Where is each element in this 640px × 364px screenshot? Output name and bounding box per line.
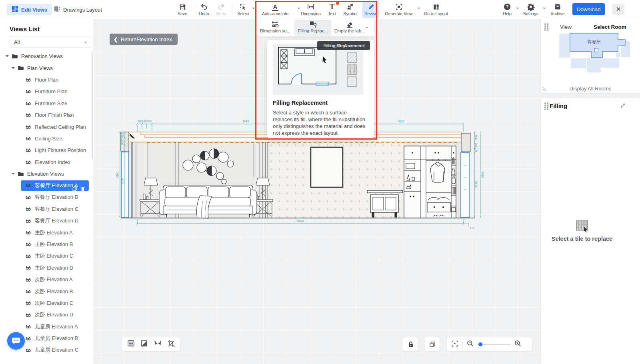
tree-expand-caret[interactable]: [12, 173, 15, 175]
help-label: Help: [503, 11, 512, 16]
tree-view-item[interactable]: 主卧 Elevation D: [0, 262, 91, 274]
tree-view-item[interactable]: 儿童房 Elevation A: [0, 321, 91, 332]
tree-view-item[interactable]: 客餐厅 Elevation D: [0, 215, 91, 226]
symbol-button[interactable]: Symbol: [339, 2, 362, 16]
drag-handle-icon[interactable]: ●●●●●●●●: [544, 23, 548, 31]
tree-view-item[interactable]: 客餐厅 Elevation C: [0, 203, 91, 215]
svg-text:225: 225: [121, 133, 124, 138]
tree-view-item[interactable]: Ceiling Size: [0, 133, 91, 144]
room-map[interactable]: 客餐厅: [541, 33, 640, 85]
room-shape[interactable]: [587, 58, 601, 72]
drag-handle-icon[interactable]: ●●●●●●●●: [544, 102, 548, 110]
dimension-sum-label: Dimension su...: [260, 28, 290, 33]
filling-replacement-popup: Filling Replacement Select a style in wh…: [267, 40, 374, 138]
tree-expand-caret[interactable]: [12, 67, 15, 69]
help-button[interactable]: ? Help: [496, 2, 518, 16]
crop-disabled-button[interactable]: [167, 339, 175, 349]
empty-label-button[interactable]: Empty the lab...: [331, 20, 368, 33]
expand-panel-icon[interactable]: [620, 103, 626, 108]
fit-view-button[interactable]: [451, 340, 459, 349]
view-icon: [25, 89, 31, 94]
room-shape[interactable]: [601, 58, 619, 68]
fill-contrast-button[interactable]: [140, 339, 148, 349]
tab-edit-views[interactable]: Edit Views: [7, 4, 52, 15]
go-to-layout-button[interactable]: Go to Layout: [419, 2, 453, 16]
dimension-sum-button[interactable]: Dimension su...: [257, 20, 294, 33]
svg-text:300: 300: [121, 140, 124, 145]
pin-copy-icon[interactable]: [72, 186, 77, 191]
auto-annotate-button[interactable]: A Auto-annotate: [258, 2, 292, 16]
tree-view-item[interactable]: 次卧 Elevation B: [0, 286, 91, 297]
generate-view-button[interactable]: Generate View: [381, 2, 417, 16]
tree-view-item[interactable]: Furniture Size: [0, 98, 91, 109]
tree-view-item[interactable]: 次卧 Elevation A: [0, 274, 91, 285]
tree-folder-item[interactable]: Renovation Views: [0, 50, 91, 62]
room-shape[interactable]: [616, 52, 620, 57]
tree-view-item[interactable]: Furniture Plan: [0, 86, 91, 97]
chat-support-button[interactable]: [7, 332, 25, 350]
zoom-slider[interactable]: [478, 342, 510, 347]
dimension-button[interactable]: Dimension: [296, 2, 325, 16]
sofa[interactable]: [159, 185, 257, 218]
connector-button[interactable]: [154, 339, 162, 349]
settings-button[interactable]: Settings: [519, 2, 543, 16]
trash-icon[interactable]: [80, 186, 85, 191]
sub-toolbar-caret[interactable]: [365, 27, 368, 28]
tree-view-item[interactable]: Floor Finish Plan: [0, 109, 91, 121]
tree-view-item[interactable]: 主卧 Elevation C: [0, 250, 91, 262]
lock-button[interactable]: [403, 337, 418, 351]
tree-expand-caret[interactable]: [6, 55, 9, 57]
filling-panel: ●●●●●●●● Filling Select a tile to replac…: [541, 98, 640, 364]
tree-view-item[interactable]: 次卧 Elevation D: [0, 309, 91, 321]
sidebar-scrollbar[interactable]: [92, 51, 93, 159]
canvas-bottom-toolbar: [122, 337, 180, 351]
revise-button[interactable]: Revise: [362, 2, 379, 16]
room-shape[interactable]: [571, 58, 586, 68]
tree-view-item[interactable]: 次卧 Elevation C: [0, 297, 91, 309]
views-filter-value: All: [14, 39, 20, 45]
tree-view-item[interactable]: 主卧 Elevation A: [0, 227, 91, 238]
filling-replacement-button[interactable]: Filling Replac...: [294, 20, 331, 36]
select-label: Select: [237, 11, 249, 16]
filling-panel-title: Filling: [550, 102, 567, 109]
tab-select-room[interactable]: Select Room: [594, 24, 626, 30]
tree-view-item[interactable]: Elevation Index: [0, 156, 91, 168]
views-filter-select[interactable]: All: [10, 36, 91, 48]
tree-item-label: 客餐厅 Elevation B: [35, 194, 78, 201]
tree-view-item[interactable]: 主卧 Elevation B: [0, 238, 91, 250]
duplicate-view-button[interactable]: [425, 337, 440, 351]
svg-text:160: 160: [142, 120, 147, 123]
view-icon: [25, 160, 31, 164]
right-pillar[interactable]: [461, 133, 471, 151]
svg-text:11870: 11870: [296, 220, 304, 222]
select-dropdown-caret[interactable]: [252, 8, 255, 9]
tree-view-item[interactable]: Reflected Ceiling Plan: [0, 121, 91, 132]
tree-view-item[interactable]: 客餐厅 Elevation A: [0, 180, 91, 191]
tooltip-text-ghost: Filling Replacement: [318, 41, 371, 50]
accent-wall-frame[interactable]: [311, 147, 343, 187]
tree-folder-item[interactable]: Plan Views: [0, 62, 91, 74]
legend-image-button[interactable]: [127, 339, 135, 349]
chat-icon: [12, 337, 20, 345]
right-window-frame[interactable]: [461, 152, 469, 217]
tile-preview[interactable]: [576, 220, 588, 231]
close-icon[interactable]: ✕: [612, 4, 624, 15]
tree-item-label: 次卧 Elevation C: [35, 300, 73, 307]
tree-view-item[interactable]: 客餐厅 Elevation B: [0, 192, 91, 203]
tab-view[interactable]: View: [560, 24, 572, 30]
settings-gear-icon: [527, 2, 535, 11]
download-button[interactable]: Download: [572, 3, 605, 15]
tree-folder-item[interactable]: Elevation Views: [0, 168, 91, 180]
zoom-in-icon[interactable]: [514, 340, 522, 349]
panel-resize-handle[interactable]: [542, 86, 547, 92]
selected-room-label: 客餐厅: [588, 40, 601, 44]
archive-button[interactable]: Archive: [546, 2, 570, 16]
tab-drawings-layout[interactable]: Drawings Layout: [49, 4, 107, 15]
zoom-out-icon[interactable]: [466, 340, 474, 349]
return-elevation-index-button[interactable]: ❮ ReturnElevation Index: [110, 34, 178, 45]
room-shape[interactable]: [559, 34, 570, 58]
tree-view-item[interactable]: Light Fixtures Position: [0, 144, 91, 156]
display-all-rooms-label[interactable]: Display All Rooms: [541, 86, 640, 92]
tree-view-item[interactable]: Floor Plan: [0, 74, 91, 86]
zoom-slider-knob[interactable]: [478, 342, 482, 346]
